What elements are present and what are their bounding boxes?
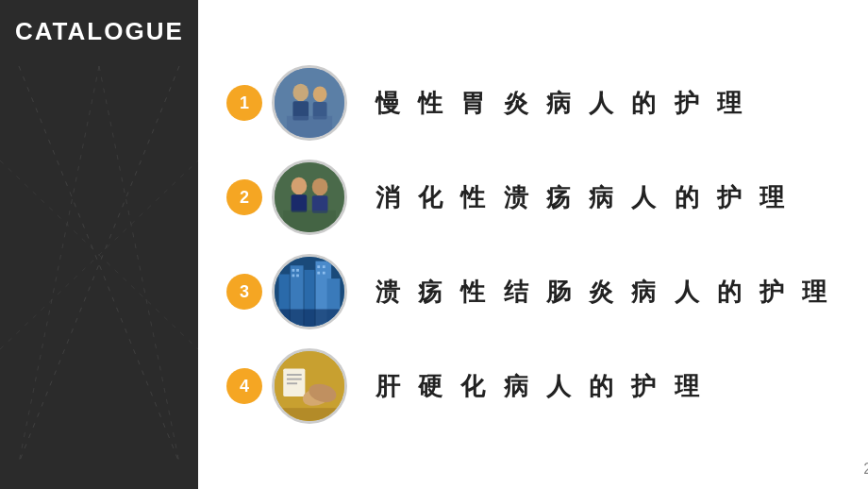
item-text-1: 慢 性 胃 炎 病 人 的 护 理: [376, 87, 747, 120]
svg-rect-29: [323, 265, 326, 268]
catalogue-item-2: 2 消 化 性 溃 疡 病 人 的 护 理: [226, 160, 832, 235]
svg-rect-37: [287, 382, 297, 384]
svg-point-13: [292, 177, 308, 195]
svg-point-15: [312, 178, 328, 196]
svg-rect-14: [292, 194, 308, 212]
page-number: 2: [863, 461, 868, 478]
svg-rect-34: [283, 369, 305, 397]
svg-rect-26: [292, 275, 295, 278]
svg-point-7: [292, 84, 309, 102]
avatar-2: [272, 160, 347, 235]
avatar-3: [272, 254, 347, 329]
number-badge-1: 1: [226, 85, 262, 121]
svg-rect-32: [275, 310, 344, 328]
main-content: 1 慢 性 胃 炎 病 人 的 护 理 2: [198, 0, 868, 489]
svg-rect-27: [296, 275, 299, 278]
svg-rect-35: [287, 374, 302, 376]
item-text-2: 消 化 性 溃 疡 病 人 的 护 理: [376, 181, 790, 214]
svg-rect-17: [283, 211, 336, 232]
avatar-4: [272, 348, 347, 424]
svg-rect-24: [292, 269, 295, 272]
svg-line-2: [19, 66, 99, 463]
svg-rect-36: [287, 379, 302, 380]
number-badge-4: 4: [226, 368, 262, 404]
catalogue-item-3: 3 溃 疡 性 结 肠 炎: [226, 254, 832, 329]
catalogue-item-1: 1 慢 性 胃 炎 病 人 的 护 理: [226, 65, 832, 141]
item-text-3: 溃 疡 性 结 肠 炎 病 人 的 护 理: [376, 276, 832, 309]
svg-rect-28: [317, 265, 320, 268]
item-text-4: 肝 硬 化 病 人 的 护 理: [376, 370, 705, 403]
svg-rect-25: [296, 269, 299, 272]
number-badge-2: 2: [226, 179, 262, 215]
svg-line-3: [99, 66, 179, 463]
decorative-lines: [0, 66, 198, 463]
sidebar: CATALOGUE: [0, 0, 198, 489]
svg-rect-30: [317, 272, 320, 275]
catalogue-item-4: 4 肝 硬 化 病 人 的 护 理: [226, 348, 832, 424]
avatar-1: [272, 65, 347, 141]
svg-point-9: [313, 86, 327, 102]
svg-rect-40: [275, 408, 344, 421]
svg-line-5: [0, 160, 198, 349]
svg-rect-31: [323, 272, 326, 275]
svg-rect-11: [287, 116, 332, 138]
catalogue-title: CATALOGUE: [0, 0, 198, 56]
number-badge-3: 3: [226, 274, 262, 310]
